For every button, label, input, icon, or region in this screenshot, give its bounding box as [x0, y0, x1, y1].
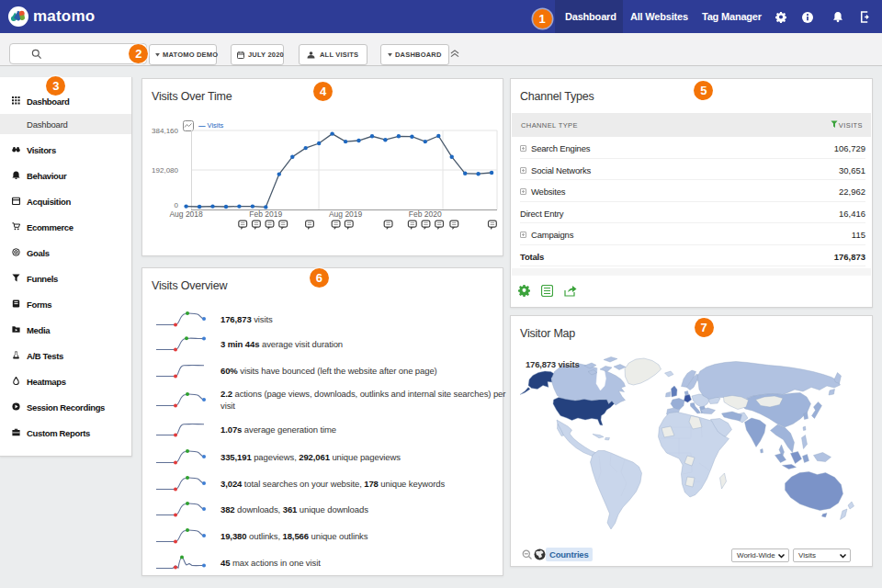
- svg-text:Feb 2020: Feb 2020: [409, 209, 442, 219]
- svg-text:Feb 2019: Feb 2019: [249, 209, 282, 219]
- svg-text:Aug 2019: Aug 2019: [329, 209, 363, 219]
- svg-text:0: 0: [175, 201, 179, 209]
- svg-text:384,160: 384,160: [152, 127, 178, 135]
- svg-text:Aug 2018: Aug 2018: [169, 209, 203, 219]
- svg-text:192,080: 192,080: [152, 166, 178, 175]
